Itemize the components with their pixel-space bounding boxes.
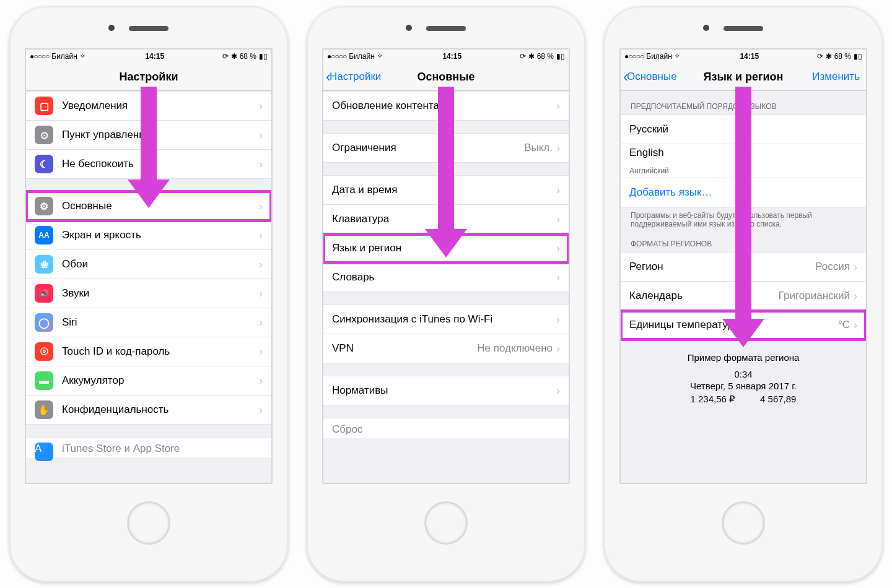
list-item[interactable]: ⊙Пункт управления› — [26, 121, 271, 150]
appstore-icon: A — [35, 443, 53, 461]
chevron-right-icon: › — [556, 242, 560, 255]
signal-dots-icon: ●○○○○ — [327, 52, 346, 61]
edit-button[interactable]: Изменить — [812, 63, 860, 90]
proximity-sensor — [703, 25, 709, 31]
back-label: Основные — [627, 71, 677, 83]
list-item-partial[interactable]: Сброс — [323, 418, 569, 438]
list-item[interactable]: VPNНе подключено› — [323, 334, 569, 363]
back-button[interactable]: ‹ Основные — [623, 63, 677, 90]
touch-id-и-код-пароль-icon: ⦾ — [35, 342, 53, 361]
list-item[interactable]: EnglishАнглийский — [621, 144, 866, 178]
row-label: English — [629, 147, 664, 166]
add-language-button[interactable]: Добавить язык… — [621, 178, 866, 207]
row-label: Обои — [62, 258, 259, 270]
nav-bar: ‹ Настройки Основные — [323, 63, 569, 91]
list-item[interactable]: AAЭкран и яркость› — [26, 221, 271, 250]
list-item[interactable]: Язык и регион› — [323, 234, 569, 263]
list-item[interactable]: КалендарьГригорианский› — [621, 282, 866, 311]
carrier-label: Билайн — [646, 52, 672, 61]
row-label: Календарь — [629, 290, 779, 302]
row-value: Россия — [815, 261, 850, 273]
screen-settings: ●○○○○ Билайн ᯤ 14:15 ⟳ ✱ 68 % ▮▯ Настрой… — [25, 48, 273, 484]
home-button[interactable] — [722, 501, 765, 545]
chevron-right-icon: › — [259, 200, 263, 213]
chevron-right-icon: › — [556, 142, 560, 155]
chevron-right-icon: › — [259, 345, 263, 358]
status-bar: ●○○○○ Билайн ᯤ 14:15 ⟳ ✱ 68 % ▮▯ — [26, 50, 271, 63]
list-item[interactable]: Русский — [621, 115, 866, 144]
page-title: Настройки — [120, 71, 178, 84]
list-item[interactable]: ◯Siri› — [26, 308, 271, 337]
rotation-lock-icon: ⟳ — [817, 52, 823, 61]
battery-percent: 68 % — [240, 52, 256, 61]
list-item[interactable]: ☾Не беспокоить› — [26, 150, 271, 179]
row-label: Регион — [629, 261, 815, 273]
list-item[interactable]: 🔊Звуки› — [26, 279, 271, 308]
list-item[interactable]: ⦾Touch ID и код-пароль› — [26, 337, 271, 366]
example-number-2: 4 567,89 — [760, 394, 796, 405]
screen-general: ●○○○○ Билайн ᯤ 14:15 ⟳ ✱ 68 % ▮▯ ‹ Настр… — [322, 48, 570, 484]
carrier-label: Билайн — [349, 52, 375, 61]
chevron-right-icon: › — [259, 287, 263, 300]
уведомления-icon: ▢ — [35, 97, 53, 115]
chevron-right-icon: › — [556, 342, 560, 355]
lang-region-list[interactable]: ПРЕДПОЧИТАЕМЫЙ ПОРЯДОК ЯЗЫКОВ РусскийEng… — [621, 91, 866, 483]
list-item[interactable]: ▢Уведомления› — [26, 91, 271, 121]
page-title: Язык и регион — [704, 71, 784, 84]
chevron-right-icon: › — [556, 271, 560, 284]
не-беспокоить-icon: ☾ — [35, 155, 53, 173]
rotation-lock-icon: ⟳ — [222, 52, 229, 61]
carrier-label: Билайн — [51, 52, 77, 61]
row-value: °C — [838, 319, 850, 331]
row-label: Основные — [62, 200, 259, 212]
phone-1: ●○○○○ Билайн ᯤ 14:15 ⟳ ✱ 68 % ▮▯ Настрой… — [9, 6, 288, 582]
list-item[interactable]: РегионРоссия› — [621, 252, 866, 282]
list-item[interactable]: ⚙Основные› — [26, 191, 271, 221]
battery-icon: ▮▯ — [854, 52, 862, 61]
clock: 14:15 — [145, 52, 164, 61]
chevron-right-icon: › — [556, 313, 560, 326]
home-button[interactable] — [127, 501, 170, 545]
chevron-right-icon: › — [259, 100, 263, 113]
list-item[interactable]: Единицы температуры°C› — [621, 311, 866, 340]
list-item[interactable]: ОграниченияВыкл.› — [323, 133, 569, 163]
chevron-right-icon: › — [259, 316, 263, 329]
example-number-1: 1 234,56 ₽ — [691, 394, 736, 405]
list-item[interactable]: Нормативы› — [323, 376, 569, 405]
screen-language-region: ●○○○○ Билайн ᯤ 14:15 ⟳ ✱ 68 % ▮▯ ‹ Основ… — [619, 48, 867, 484]
example-time: 0:34 — [627, 369, 860, 379]
earpiece-speaker — [426, 26, 466, 31]
chevron-right-icon: › — [854, 319, 857, 332]
settings-list[interactable]: ▢Уведомления›⊙Пункт управления›☾Не беспо… — [26, 91, 271, 483]
wifi-icon: ᯤ — [675, 52, 682, 61]
earpiece-speaker — [724, 26, 763, 31]
home-button[interactable] — [424, 501, 468, 545]
chevron-right-icon: › — [556, 184, 560, 197]
list-item[interactable]: Обновление контента› — [323, 91, 569, 121]
earpiece-speaker — [129, 26, 168, 31]
chevron-right-icon: › — [259, 229, 263, 242]
general-list[interactable]: Обновление контента› ОграниченияВыкл.› Д… — [323, 91, 569, 483]
row-value: Григорианский — [779, 290, 850, 302]
list-item[interactable]: Словарь› — [323, 263, 569, 292]
wifi-icon: ᯤ — [80, 52, 87, 61]
row-label: Аккумулятор — [62, 374, 259, 387]
status-bar: ●○○○○ Билайн ᯤ 14:15 ⟳ ✱ 68 % ▮▯ — [323, 50, 569, 63]
section-footer-languages: Программы и веб-сайты будут использовать… — [621, 207, 866, 228]
page-title: Основные — [417, 71, 474, 84]
list-item[interactable]: ▬Аккумулятор› — [26, 366, 271, 396]
list-item[interactable]: ✋Конфиденциальность› — [26, 396, 271, 425]
siri-icon: ◯ — [35, 313, 53, 332]
nav-bar: ‹ Основные Язык и регион Изменить — [621, 63, 866, 91]
list-item[interactable]: Клавиатура› — [323, 205, 569, 234]
chevron-right-icon: › — [854, 261, 857, 274]
list-item[interactable]: Синхронизация с iTunes по Wi-Fi› — [323, 305, 569, 334]
back-button[interactable]: ‹ Настройки — [326, 63, 381, 90]
list-item-partial[interactable]: A iTunes Store и App Store — [26, 437, 271, 457]
row-value: Выкл. — [524, 142, 553, 154]
phone-3: ●○○○○ Билайн ᯤ 14:15 ⟳ ✱ 68 % ▮▯ ‹ Основ… — [604, 6, 883, 582]
list-item[interactable]: ❀Обои› — [26, 250, 271, 279]
list-item[interactable]: Дата и время› — [323, 175, 569, 205]
row-label: Ограничения — [332, 142, 524, 154]
phone-2: ●○○○○ Билайн ᯤ 14:15 ⟳ ✱ 68 % ▮▯ ‹ Настр… — [307, 6, 585, 582]
